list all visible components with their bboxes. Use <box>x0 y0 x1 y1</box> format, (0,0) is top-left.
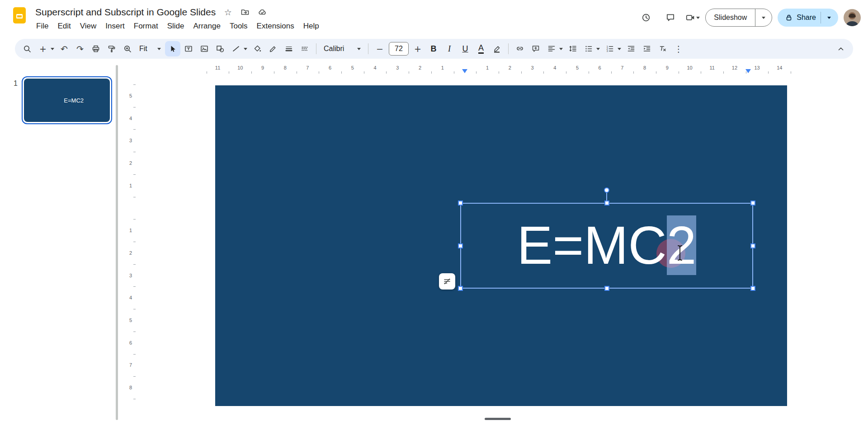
version-history-button[interactable] <box>637 8 656 27</box>
insert-shape-button[interactable] <box>212 41 228 56</box>
hruler-number: 7 <box>621 65 623 70</box>
hruler-number: 13 <box>755 65 760 70</box>
selected-text-box[interactable]: E=MC2 <box>460 203 753 289</box>
hruler-tick <box>723 71 724 74</box>
rotation-handle[interactable] <box>604 187 609 193</box>
hruler-tick <box>656 71 656 74</box>
google-slides-logo-icon[interactable] <box>12 6 27 24</box>
share-button[interactable]: Share <box>778 9 838 27</box>
increase-font-size-button[interactable]: + <box>410 41 425 56</box>
decrease-indent-button[interactable] <box>623 41 639 56</box>
text-color-icon: A <box>478 44 484 54</box>
menu-insert[interactable]: Insert <box>101 19 129 33</box>
increase-indent-icon <box>642 44 651 53</box>
menu-format[interactable]: Format <box>129 19 163 33</box>
print-button[interactable] <box>88 41 104 56</box>
comments-button[interactable] <box>661 8 680 27</box>
slide-thumbnail[interactable]: E=MC2 <box>22 76 112 124</box>
resize-handle-s[interactable] <box>604 286 609 291</box>
hruler-number: 6 <box>599 65 601 70</box>
zoom-button[interactable] <box>120 41 135 56</box>
insert-image-button[interactable] <box>197 41 212 56</box>
hruler-number: 5 <box>351 65 354 70</box>
document-title[interactable]: Superscript and Subscript in Google Slid… <box>35 7 216 18</box>
italic-button[interactable]: I <box>442 41 457 56</box>
redo-button[interactable]: ↷ <box>72 41 88 56</box>
font-size-input[interactable]: 72 <box>389 42 409 56</box>
share-options-button[interactable] <box>823 17 835 19</box>
line-spacing-button[interactable] <box>565 41 580 56</box>
search-menus-button[interactable] <box>19 41 35 56</box>
menu-slide[interactable]: Slide <box>163 19 189 33</box>
more-options-button[interactable]: ⋮ <box>671 41 686 56</box>
ruler-indent-marker[interactable] <box>462 69 467 73</box>
svg-text:3: 3 <box>607 49 609 52</box>
slideshow-button[interactable]: Slideshow <box>705 9 772 27</box>
bold-button[interactable]: B <box>426 41 441 56</box>
slide-text[interactable]: E=MC2 <box>517 214 697 277</box>
autofit-indicator-button[interactable] <box>439 273 455 290</box>
hruler-tick <box>589 71 589 74</box>
resize-handle-e[interactable] <box>750 243 755 248</box>
join-call-button[interactable] <box>685 13 700 23</box>
clear-formatting-button[interactable] <box>655 41 670 56</box>
border-dash-button[interactable] <box>297 41 312 56</box>
font-family-select[interactable]: Calibri <box>320 41 364 56</box>
user-avatar[interactable] <box>844 9 861 26</box>
resize-handle-ne[interactable] <box>750 201 755 205</box>
ruler-indent-marker[interactable] <box>745 69 751 73</box>
vertical-ruler: 5432112345678 <box>126 76 137 425</box>
text-box-button[interactable] <box>181 41 196 56</box>
hruler-tick <box>207 71 207 74</box>
text-color-button[interactable]: A <box>473 41 489 56</box>
vruler-number: 7 <box>129 362 132 368</box>
star-icon[interactable]: ☆ <box>223 7 233 17</box>
increase-indent-button[interactable] <box>639 41 655 56</box>
menu-tools[interactable]: Tools <box>225 19 252 33</box>
slideshow-options-button[interactable] <box>755 9 772 26</box>
move-folder-icon[interactable] <box>240 7 250 17</box>
highlight-color-button[interactable] <box>489 41 505 56</box>
hide-menus-button[interactable] <box>833 41 849 56</box>
decrease-font-size-button[interactable]: − <box>372 41 387 56</box>
menu-file[interactable]: File <box>32 19 53 33</box>
insert-link-button[interactable] <box>512 41 528 56</box>
resize-handle-se[interactable] <box>750 286 755 291</box>
resize-handle-sw[interactable] <box>458 286 463 291</box>
bulleted-list-button[interactable] <box>581 41 602 56</box>
horizontal-scrollbar-thumb[interactable] <box>485 418 511 420</box>
resize-handle-n[interactable] <box>604 201 609 205</box>
slide-canvas[interactable]: E=MC2 <box>215 85 787 406</box>
border-weight-button[interactable] <box>281 41 297 56</box>
toolbar: + ↶ ↷ Fit <box>15 39 853 59</box>
slide-thumbnail-canvas: E=MC2 <box>24 79 110 122</box>
menu-edit[interactable]: Edit <box>53 19 75 33</box>
clear-formatting-icon <box>658 44 667 53</box>
slide-number: 1 <box>14 79 18 88</box>
horizontal-ruler: 11109876543211234567891011121314 <box>121 63 868 75</box>
menu-arrange[interactable]: Arrange <box>189 19 225 33</box>
decrease-indent-icon <box>627 44 636 53</box>
paint-format-button[interactable] <box>104 41 119 56</box>
fill-color-button[interactable] <box>250 41 265 56</box>
insert-line-button[interactable] <box>228 41 249 56</box>
undo-button[interactable]: ↶ <box>57 41 72 56</box>
filmstrip-scrollbar[interactable] <box>116 65 118 420</box>
menu-help[interactable]: Help <box>299 19 324 33</box>
select-tool-button[interactable] <box>165 41 180 56</box>
minus-icon: − <box>376 45 383 53</box>
hruler-tick <box>364 71 364 74</box>
underline-button[interactable]: U <box>458 41 473 56</box>
zoom-select[interactable]: Fit <box>136 41 165 56</box>
border-color-button[interactable] <box>265 41 281 56</box>
resize-handle-w[interactable] <box>458 243 463 248</box>
menu-extensions[interactable]: Extensions <box>252 19 299 33</box>
hruler-tick <box>521 71 522 74</box>
new-slide-button[interactable]: + <box>35 41 56 56</box>
menu-view[interactable]: View <box>75 19 101 33</box>
border-weight-icon <box>284 44 293 53</box>
numbered-list-button[interactable]: 123 <box>602 41 623 56</box>
resize-handle-nw[interactable] <box>458 201 463 205</box>
add-comment-button[interactable] <box>528 41 543 56</box>
align-button[interactable] <box>544 41 565 56</box>
